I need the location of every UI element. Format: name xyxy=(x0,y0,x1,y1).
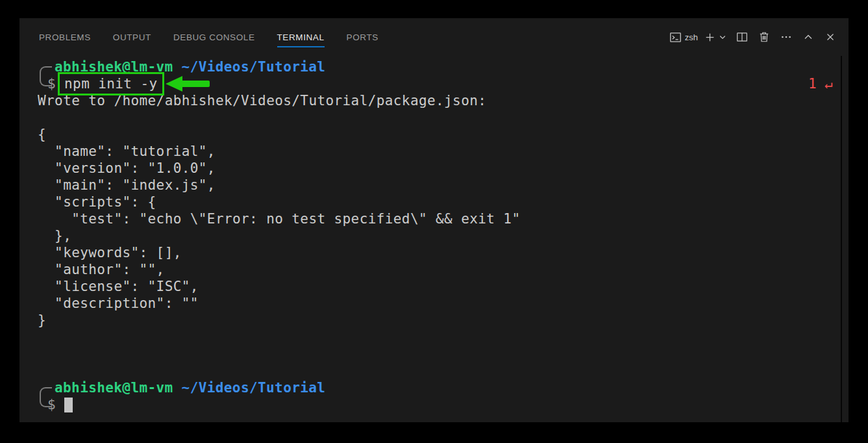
terminal-output-line: { xyxy=(38,126,842,143)
terminal-output-line: "name": "tutorial", xyxy=(38,143,842,160)
terminal-output-line: "description": "" xyxy=(38,295,842,312)
tab-problems[interactable]: PROBLEMS xyxy=(39,27,91,47)
prompt-bracket xyxy=(40,387,52,407)
terminal-icon xyxy=(668,29,684,45)
terminal-output-line: "scripts": { xyxy=(38,194,842,210)
terminal-panel: PROBLEMS OUTPUT DEBUG CONSOLE TERMINAL P… xyxy=(19,18,849,422)
prompt-block-2: abhishek@lm-vm~/Videos/Tutorial $ xyxy=(38,379,842,413)
annotation-arrow-icon xyxy=(165,74,210,94)
terminal-viewport[interactable]: abhishek@lm-vm~/Videos/Tutorial $ npm in… xyxy=(38,58,842,418)
launch-profile-chevron-down-icon[interactable] xyxy=(717,29,728,45)
terminal-output-line xyxy=(38,109,842,126)
tab-terminal[interactable]: TERMINAL xyxy=(277,27,325,47)
command-text: npm init -y xyxy=(64,76,157,92)
prompt-user-host: abhishek@lm-vm xyxy=(55,380,173,396)
terminal-output-line: "author": "", xyxy=(38,261,842,278)
prompt-line-user-path: abhishek@lm-vm~/Videos/Tutorial xyxy=(38,379,842,396)
maximize-panel-chevron-up-icon[interactable] xyxy=(800,29,816,45)
command-line-empty: $ xyxy=(38,396,842,413)
new-terminal-plus-icon[interactable] xyxy=(702,29,717,45)
terminal-output-line: "license": "ISC", xyxy=(38,278,842,295)
terminal-output-line: "version": "1.0.0", xyxy=(38,160,842,177)
prompt-block-1: abhishek@lm-vm~/Videos/Tutorial $ npm in… xyxy=(38,58,842,92)
tab-debug-console[interactable]: DEBUG CONSOLE xyxy=(173,27,255,47)
command-annotation-box: npm init -y xyxy=(58,72,164,95)
panel-actions: zsh xyxy=(668,29,838,45)
tab-output[interactable]: OUTPUT xyxy=(113,27,151,47)
return-arrow-icon: ↵ xyxy=(825,75,833,92)
terminal-output-line: }, xyxy=(38,227,842,244)
prompt-path: ~/Videos/Tutorial xyxy=(182,59,326,75)
prompt-path: ~/Videos/Tutorial xyxy=(182,380,326,396)
command-output: Wrote to /home/abhishek/Videos/Tutorial/… xyxy=(38,92,842,329)
terminal-output-line: "main": "index.js", xyxy=(38,177,842,194)
command-line: $ npm init -y 1↵ xyxy=(38,75,842,92)
more-actions-ellipsis-icon[interactable] xyxy=(778,29,794,45)
tab-ports[interactable]: PORTS xyxy=(347,27,378,47)
terminal-output-line: "keywords": [], xyxy=(38,244,842,261)
panel-tabs: PROBLEMS OUTPUT DEBUG CONSOLE TERMINAL P… xyxy=(39,18,378,56)
trash-kill-terminal-icon[interactable] xyxy=(756,29,772,45)
terminal-output-line: } xyxy=(38,312,842,329)
prompt-bracket xyxy=(40,66,52,86)
close-panel-icon[interactable] xyxy=(823,29,838,45)
shell-name-label: zsh xyxy=(685,32,698,42)
panel-header: PROBLEMS OUTPUT DEBUG CONSOLE TERMINAL P… xyxy=(19,18,849,56)
split-terminal-icon[interactable] xyxy=(734,29,750,45)
exit-status-indicator: 1↵ xyxy=(808,75,833,92)
terminal-output-line: "test": "echo \"Error: no test specified… xyxy=(38,210,842,227)
terminal-cursor xyxy=(64,398,73,412)
terminal-right-edge-divider xyxy=(841,56,842,422)
exit-code: 1 xyxy=(808,75,817,92)
